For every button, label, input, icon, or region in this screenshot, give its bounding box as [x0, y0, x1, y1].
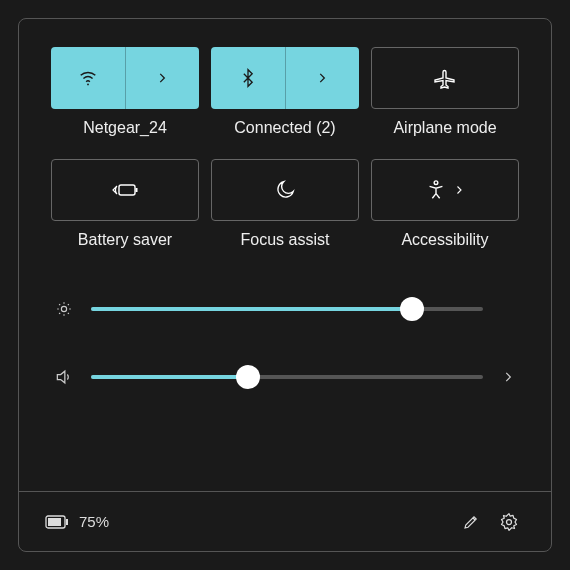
volume-slider[interactable]	[91, 365, 483, 389]
slider-fill	[91, 375, 248, 379]
tile-wifi-expand[interactable]	[126, 47, 200, 109]
tile-airplane-label: Airplane mode	[393, 119, 496, 137]
tile-wifi[interactable]	[51, 47, 199, 109]
chevron-right-icon	[315, 71, 329, 85]
quick-settings-content: Netgear_24	[19, 19, 551, 491]
tile-bluetooth-label: Connected (2)	[234, 119, 335, 137]
quick-settings-panel: Netgear_24	[18, 18, 552, 552]
edit-button[interactable]	[455, 506, 487, 538]
tile-wifi-toggle[interactable]	[51, 47, 126, 109]
tile-battery-saver-wrap: Battery saver	[51, 159, 199, 263]
tile-focus-label: Focus assist	[241, 231, 330, 249]
svg-rect-2	[136, 188, 138, 192]
tile-focus[interactable]	[211, 159, 359, 221]
tile-airplane[interactable]	[371, 47, 519, 109]
wifi-icon	[77, 67, 99, 89]
pencil-icon	[462, 513, 480, 531]
tile-bluetooth-toggle[interactable]	[211, 47, 286, 109]
tile-bluetooth-wrap: Connected (2)	[211, 47, 359, 151]
svg-rect-1	[119, 185, 135, 195]
volume-expand[interactable]	[499, 370, 517, 384]
slider-thumb[interactable]	[236, 365, 260, 389]
brightness-row	[53, 297, 517, 321]
accessibility-icon	[425, 179, 447, 201]
tile-battery-saver-label: Battery saver	[78, 231, 172, 249]
tile-airplane-wrap: Airplane mode	[371, 47, 519, 151]
svg-rect-7	[66, 519, 68, 525]
tile-grid: Netgear_24	[51, 47, 519, 263]
slider-fill	[91, 307, 412, 311]
tile-focus-wrap: Focus assist	[211, 159, 359, 263]
moon-icon	[274, 179, 296, 201]
tile-bluetooth-expand[interactable]	[286, 47, 360, 109]
sliders	[51, 297, 519, 389]
settings-button[interactable]	[493, 506, 525, 538]
battery-percent: 75%	[79, 513, 109, 530]
svg-point-4	[61, 306, 66, 311]
battery-icon	[45, 515, 69, 529]
tile-accessibility-wrap: Accessibility	[371, 159, 519, 263]
tile-accessibility-label: Accessibility	[401, 231, 488, 249]
airplane-icon	[433, 66, 457, 90]
bluetooth-icon	[238, 68, 258, 88]
footer: 75%	[19, 491, 551, 551]
tile-battery-saver[interactable]	[51, 159, 199, 221]
svg-point-3	[434, 181, 438, 185]
brightness-slider[interactable]	[91, 297, 483, 321]
tile-accessibility-content	[425, 179, 465, 201]
chevron-right-icon	[453, 184, 465, 196]
svg-rect-6	[48, 518, 61, 526]
tile-accessibility[interactable]	[371, 159, 519, 221]
brightness-icon	[53, 300, 75, 318]
svg-point-0	[87, 84, 89, 86]
slider-thumb[interactable]	[400, 297, 424, 321]
volume-icon	[53, 367, 75, 387]
battery-saver-icon	[111, 180, 139, 200]
volume-row	[53, 365, 517, 389]
tile-bluetooth[interactable]	[211, 47, 359, 109]
tile-wifi-wrap: Netgear_24	[51, 47, 199, 151]
gear-icon	[499, 512, 519, 532]
tile-wifi-label: Netgear_24	[83, 119, 167, 137]
svg-point-8	[507, 519, 512, 524]
chevron-right-icon	[155, 71, 169, 85]
battery-status[interactable]: 75%	[45, 513, 109, 530]
